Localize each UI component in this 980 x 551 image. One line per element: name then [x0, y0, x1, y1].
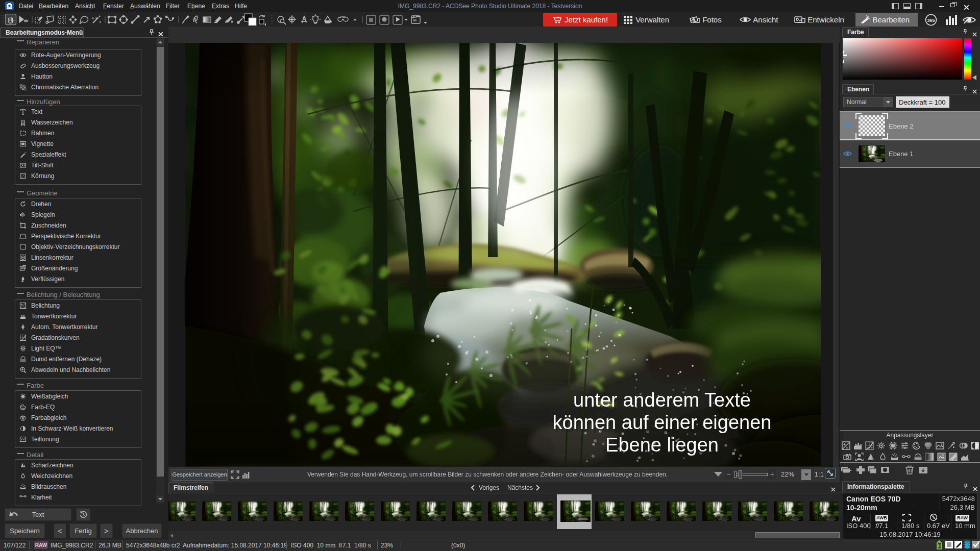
- svg-text:365: 365: [927, 18, 935, 23]
